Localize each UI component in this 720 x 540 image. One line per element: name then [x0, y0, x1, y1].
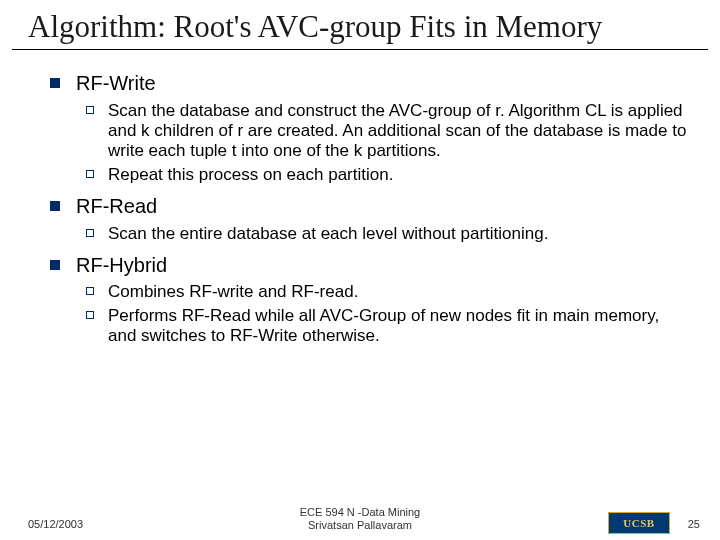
bullet-rf-write: RF-Write	[50, 72, 690, 96]
sub-bullet: Performs RF-Read while all AVC-Group of …	[86, 306, 690, 346]
sub-bullet: Repeat this process on each partition.	[86, 165, 690, 185]
heading-text: RF-Read	[76, 195, 157, 217]
footer-course: ECE 594 N -Data Mining	[300, 506, 420, 518]
footer-author: Srivatsan Pallavaram	[308, 519, 412, 531]
sub-bullet: Scan the entire database at each level w…	[86, 224, 690, 244]
sub-bullet: Scan the database and construct the AVC-…	[86, 101, 690, 161]
bullet-text: Repeat this process on each partition.	[108, 165, 393, 184]
bullet-text: Combines RF-write and RF-read.	[108, 282, 358, 301]
bullet-rf-read: RF-Read	[50, 195, 690, 219]
footer: 05/12/2003 ECE 594 N -Data Mining Srivat…	[0, 498, 720, 534]
bullet-text: Scan the database and construct the AVC-…	[108, 101, 686, 160]
heading-text: RF-Write	[76, 72, 156, 94]
logo-text: UCSB	[623, 517, 654, 529]
footer-page-number: 25	[688, 518, 700, 530]
bullet-rf-hybrid: RF-Hybrid	[50, 254, 690, 278]
slide: Algorithm: Root's AVC-group Fits in Memo…	[0, 0, 720, 540]
ucsb-logo: UCSB	[608, 512, 670, 534]
bullet-text: Performs RF-Read while all AVC-Group of …	[108, 306, 659, 345]
bullet-text: Scan the entire database at each level w…	[108, 224, 548, 243]
heading-text: RF-Hybrid	[76, 254, 167, 276]
sub-bullet: Combines RF-write and RF-read.	[86, 282, 690, 302]
slide-title: Algorithm: Root's AVC-group Fits in Memo…	[0, 0, 720, 47]
slide-body: RF-Write Scan the database and construct…	[0, 50, 720, 346]
